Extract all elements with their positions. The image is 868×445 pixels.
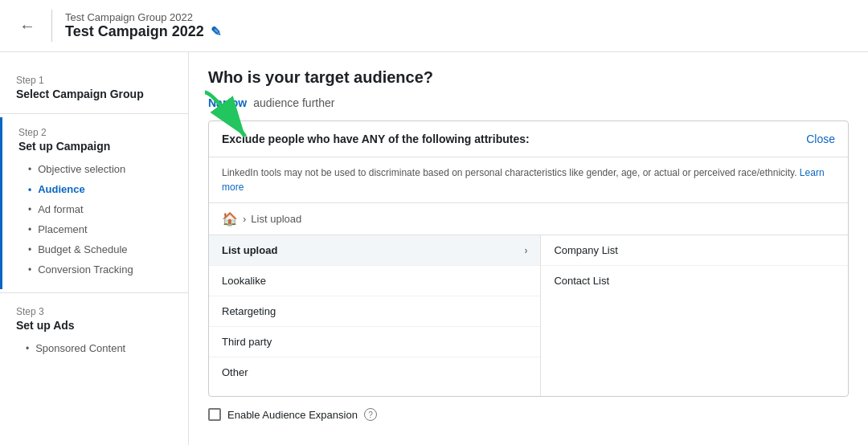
sidebar-item-budget[interactable]: Budget & Schedule	[22, 239, 172, 259]
header-text: Test Campaign Group 2022 Test Campaign 2…	[65, 11, 221, 40]
step2-items: Objective selection Audience Ad format P…	[18, 159, 172, 280]
exclude-title: Exclude people who have ANY of the follo…	[222, 133, 530, 145]
breadcrumb-row: 🏠 › List upload	[209, 203, 848, 235]
audience-expansion-label: Enable Audience Expansion	[227, 409, 358, 421]
edit-icon[interactable]: ✎	[211, 24, 221, 39]
header: ← Test Campaign Group 2022 Test Campaign…	[0, 0, 868, 52]
sidebar-item-placement[interactable]: Placement	[22, 219, 172, 239]
list-left: List upload › Lookalike Retargeting Thir…	[209, 235, 541, 396]
narrow-row: Narrow audience further	[208, 96, 849, 109]
header-divider	[51, 10, 52, 42]
close-button[interactable]: Close	[806, 133, 835, 145]
list-item-third-party[interactable]: Third party	[209, 327, 540, 357]
sidebar-divider-1	[0, 113, 188, 114]
list-item-upload[interactable]: List upload ›	[209, 235, 540, 266]
step1-block: Step 1 Select Campaign Group	[0, 65, 188, 110]
step1-title: Select Campaign Group	[16, 88, 172, 100]
right-item-company[interactable]: Company List	[541, 235, 848, 266]
list-item-retargeting[interactable]: Retargeting	[209, 296, 540, 327]
info-icon[interactable]: ?	[364, 408, 377, 421]
audience-expansion-checkbox[interactable]	[208, 408, 221, 421]
step2-block: Step 2 Set up Campaign Objective selecti…	[0, 117, 188, 289]
sidebar: Step 1 Select Campaign Group Step 2 Set …	[0, 52, 189, 445]
disclaimer: LinkedIn tools may not be used to discri…	[209, 157, 848, 203]
list-item-other[interactable]: Other	[209, 357, 540, 387]
list-item-lookalike[interactable]: Lookalike	[209, 266, 540, 296]
exclude-box: Exclude people who have ANY of the follo…	[208, 120, 849, 397]
step3-block: Step 3 Set up Ads Sponsored Content	[0, 296, 188, 368]
campaign-name-label: Test Campaign 2022 ✎	[65, 23, 221, 40]
home-icon: 🏠	[222, 211, 238, 227]
step3-items: Sponsored Content	[16, 338, 172, 358]
sidebar-divider-2	[0, 292, 188, 293]
list-right: Company List Contact List	[541, 235, 848, 396]
sidebar-item-sponsored[interactable]: Sponsored Content	[19, 338, 172, 358]
back-button[interactable]: ←	[16, 14, 39, 39]
audience-expansion: Enable Audience Expansion ?	[208, 397, 849, 421]
sidebar-item-objective[interactable]: Objective selection	[22, 159, 172, 179]
main-content: Who is your target audience? Narrow audi…	[189, 52, 868, 445]
breadcrumb-text: List upload	[251, 213, 301, 225]
exclude-header: Exclude people who have ANY of the follo…	[209, 121, 848, 157]
page-title: Who is your target audience?	[208, 68, 849, 87]
sidebar-item-conversion[interactable]: Conversion Tracking	[22, 259, 172, 280]
step2-label: Step 2	[18, 127, 172, 138]
step2-title: Set up Campaign	[18, 140, 172, 153]
sidebar-item-ad-format[interactable]: Ad format	[22, 199, 172, 219]
breadcrumb-separator: ›	[243, 213, 246, 225]
step1-label: Step 1	[16, 75, 172, 86]
list-area: List upload › Lookalike Retargeting Thir…	[209, 235, 848, 396]
step3-label: Step 3	[16, 306, 172, 317]
sidebar-item-audience[interactable]: Audience	[22, 179, 172, 199]
right-item-contact[interactable]: Contact List	[541, 266, 848, 296]
chevron-icon: ›	[524, 245, 527, 256]
narrow-link[interactable]: Narrow	[208, 96, 247, 109]
step3-title: Set up Ads	[16, 319, 172, 332]
campaign-group-label: Test Campaign Group 2022	[65, 11, 221, 23]
main-layout: Step 1 Select Campaign Group Step 2 Set …	[0, 52, 868, 445]
narrow-text: audience further	[253, 96, 334, 109]
